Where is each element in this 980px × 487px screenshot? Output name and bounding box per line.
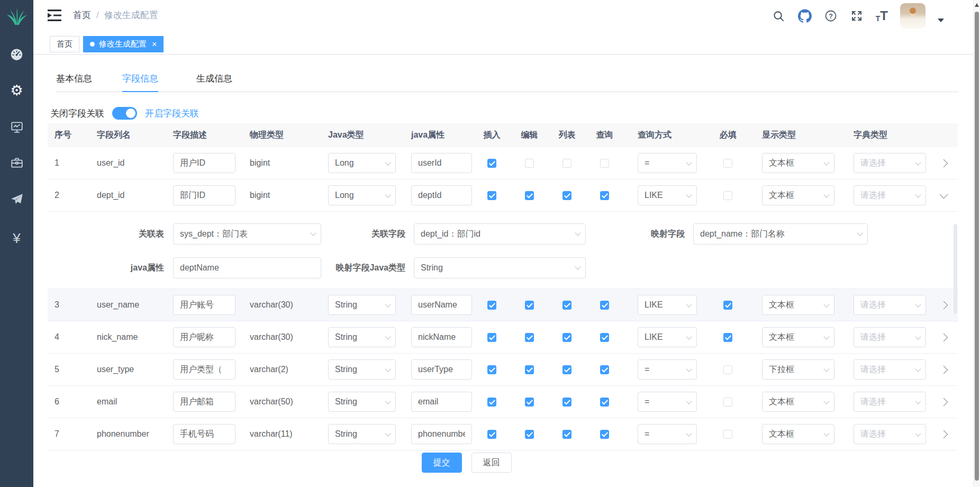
close-icon[interactable]: × [152,40,157,49]
insert-checkbox[interactable] [487,365,496,374]
edit-checkbox[interactable] [525,430,534,439]
edit-checkbox[interactable] [525,301,534,310]
dict-type-select[interactable]: 请选择 [854,392,926,412]
caret-down-icon[interactable] [938,19,944,22]
mapping-field-select[interactable]: dept_name：部门名称 [693,223,868,245]
field-relation-switch[interactable] [112,107,137,120]
java-field-input[interactable] [411,327,472,347]
page-scrollbar[interactable] [973,0,980,487]
dict-type-select[interactable]: 请选择 [854,185,926,205]
sidebar-fold-button[interactable] [47,8,62,22]
desc-input[interactable] [173,185,235,205]
insert-checkbox[interactable] [487,159,496,168]
search-button[interactable] [772,9,786,23]
tab-basic-info[interactable]: 基本信息 [56,68,92,92]
list-checkbox[interactable] [562,430,571,439]
insert-checkbox[interactable] [487,430,496,439]
font-size-button[interactable]: TT [876,10,888,22]
java-field-input[interactable] [411,185,472,205]
html-type-select[interactable]: 文本框 [762,153,834,173]
desc-input[interactable] [173,392,235,412]
breadcrumb-home[interactable]: 首页 [73,9,91,21]
desc-input[interactable] [173,153,235,173]
list-checkbox[interactable] [562,301,571,310]
insert-checkbox[interactable] [487,333,496,342]
query-checkbox[interactable] [600,398,609,407]
required-checkbox[interactable] [723,159,732,168]
query-checkbox[interactable] [600,191,609,200]
required-checkbox[interactable] [723,333,732,342]
relation-table-select[interactable]: sys_dept：部门表 [173,223,321,245]
java-attr-input[interactable] [173,257,321,278]
list-checkbox[interactable] [562,398,571,407]
required-checkbox[interactable] [723,398,732,407]
expand-row-icon[interactable] [939,398,948,406]
html-type-select[interactable]: 文本框 [762,327,834,347]
sidebar-item-system[interactable]: ⚙ [0,80,33,101]
expand-row-icon[interactable] [939,365,948,374]
java-field-input[interactable] [411,424,472,444]
scrollbar-up-arrow-icon[interactable] [975,3,979,7]
edit-checkbox[interactable] [525,333,534,342]
dict-type-select[interactable]: 请选择 [854,424,926,444]
list-checkbox[interactable] [562,365,571,374]
query-checkbox[interactable] [600,333,609,342]
insert-checkbox[interactable] [487,191,496,200]
submit-button[interactable]: 提交 [422,453,462,473]
query-checkbox[interactable] [600,159,609,168]
dict-type-select[interactable]: 请选择 [854,359,926,380]
back-button[interactable]: 返回 [471,453,512,473]
edit-checkbox[interactable] [525,191,534,200]
open-field-relation-link[interactable]: 开启字段关联 [145,107,199,120]
mapping-java-type-select[interactable]: String [414,257,586,278]
desc-input[interactable] [173,424,235,444]
query-type-select[interactable]: = [638,153,697,173]
query-checkbox[interactable] [600,430,609,439]
required-checkbox[interactable] [723,301,732,310]
query-type-select[interactable]: LIKE [638,295,697,315]
java-type-select[interactable]: Long [328,185,396,205]
java-type-select[interactable]: Long [328,153,396,173]
required-checkbox[interactable] [723,191,732,200]
query-type-select[interactable]: LIKE [638,327,697,347]
query-type-select[interactable]: = [638,359,697,380]
tag-active-page[interactable]: 修改生成配置 × [83,36,164,52]
query-checkbox[interactable] [600,301,609,310]
sidebar-item-dashboard[interactable] [0,43,33,65]
avatar[interactable] [900,3,925,29]
dict-type-select[interactable]: 请选择 [854,295,926,315]
java-type-select[interactable]: String [328,295,396,315]
sidebar-item-monitor[interactable] [0,116,33,138]
relation-field-select[interactable]: dept_id：部门id [414,223,586,245]
expand-row-icon[interactable] [939,159,948,167]
list-checkbox[interactable] [562,191,571,200]
expand-row-icon[interactable] [939,301,948,309]
html-type-select[interactable]: 下拉框 [762,359,834,380]
desc-input[interactable] [173,295,235,315]
page-scrollbar-thumb[interactable] [975,12,979,481]
fullscreen-button[interactable] [850,9,864,23]
dict-type-select[interactable]: 请选择 [854,327,926,347]
list-checkbox[interactable] [562,333,571,342]
insert-checkbox[interactable] [487,398,496,407]
tab-gen-info[interactable]: 生成信息 [196,68,232,92]
dict-type-select[interactable]: 请选择 [854,153,926,173]
tab-field-info[interactable]: 字段信息 [122,68,158,92]
query-type-select[interactable]: = [638,424,697,444]
table-scrollbar-thumb[interactable] [954,224,957,314]
java-field-input[interactable] [411,295,472,315]
tag-home[interactable]: 首页 [50,36,79,52]
java-type-select[interactable]: String [328,424,396,444]
desc-input[interactable] [173,327,235,347]
list-checkbox[interactable] [562,159,571,168]
sidebar-item-guide[interactable] [0,188,33,210]
java-field-input[interactable] [411,359,472,380]
edit-checkbox[interactable] [525,365,534,374]
java-type-select[interactable]: String [328,392,396,412]
expand-row-icon[interactable] [939,333,948,341]
query-type-select[interactable]: LIKE [638,185,697,205]
github-link[interactable] [798,9,812,23]
html-type-select[interactable]: 文本框 [762,185,834,205]
java-field-input[interactable] [411,153,472,173]
html-type-select[interactable]: 文本框 [762,424,834,444]
